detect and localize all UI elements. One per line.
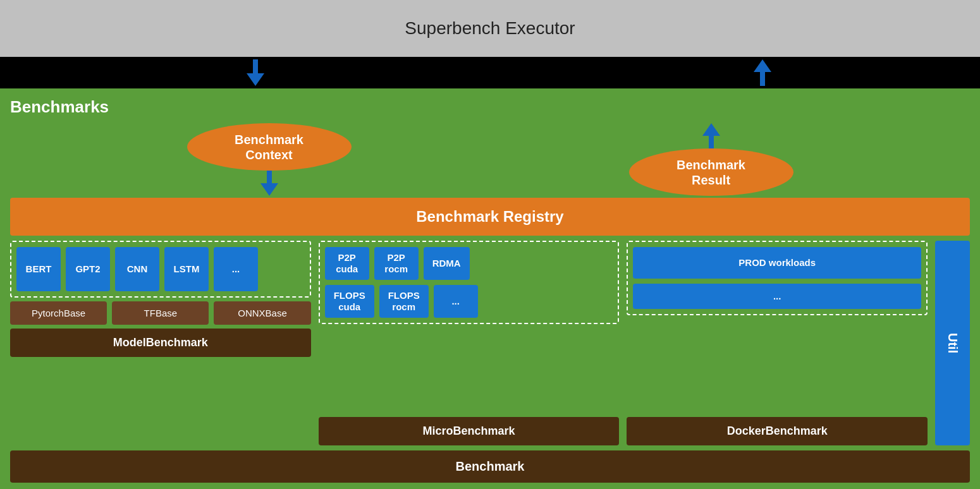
docker-ellipsis-box: ... — [633, 284, 921, 309]
cnn-box: CNN — [115, 247, 159, 291]
tf-base-label: TFBase — [144, 308, 178, 318]
arrow-shaft-bottom — [760, 72, 765, 86]
arrowhead-context-down — [260, 183, 278, 196]
model-base-row: PytorchBase TFBase ONNXBase — [10, 301, 311, 325]
benchmark-result-ellipse: Benchmark Result — [629, 148, 793, 196]
model-benchmark-class-bar: ModelBenchmark — [10, 329, 311, 357]
rdma-box: RDMA — [424, 247, 470, 280]
model-benchmark-class-label: ModelBenchmark — [113, 336, 208, 349]
docker-benchmark-class-label: DockerBenchmark — [727, 425, 828, 438]
benchmark-context-ellipse: Benchmark Context — [187, 123, 352, 171]
gpt2-box: GPT2 — [66, 247, 110, 291]
executor-bar: Superbench Executor — [0, 0, 980, 57]
pytorch-base-label: PytorchBase — [32, 308, 85, 318]
prod-workloads-box: PROD workloads — [633, 247, 921, 279]
docker-benchmark-panel: PROD workloads ... DockerBenchmark — [627, 241, 928, 445]
benchmark-base-label: Benchmark — [456, 459, 525, 474]
benchmark-base-bar: Benchmark — [10, 450, 970, 483]
tf-base-box: TFBase — [112, 301, 209, 325]
flops-cuda-box: FLOPS cuda — [325, 285, 374, 318]
micro-benchmark-panel: P2P cuda P2P rocm RDMA FLOPS cuda FLOPS … — [319, 241, 620, 445]
docker-benchmark-class-bar: DockerBenchmark — [627, 417, 928, 445]
registry-label: Benchmark Registry — [416, 208, 563, 226]
arrow-below-left-ellipse — [267, 171, 272, 183]
micro-benchmark-class-bar: MicroBenchmark — [319, 417, 620, 445]
p2p-cuda-box: P2P cuda — [325, 247, 369, 280]
benchmark-result-label: Benchmark Result — [677, 157, 745, 188]
connector-strip — [0, 57, 980, 88]
benchmark-context-label: Benchmark Context — [235, 132, 303, 162]
model-ellipsis-box: ... — [214, 247, 258, 291]
bert-box: BERT — [16, 247, 61, 291]
arrow-shaft-top — [253, 59, 258, 73]
app-container: Superbench Executor Benchmarks Benchmark… — [0, 0, 980, 489]
util-bar: Util — [935, 241, 970, 445]
micro-benchmark-class-label: MicroBenchmark — [422, 425, 515, 438]
micro-ellipsis-box: ... — [434, 285, 478, 318]
lstm-box: LSTM — [164, 247, 209, 291]
benchmarks-area: Benchmarks Benchmark Context Benchmark R… — [0, 88, 980, 489]
onnx-base-label: ONNXBase — [238, 308, 287, 318]
model-benchmark-panel: BERT GPT2 CNN LSTM ... PytorchBase TFBas… — [10, 241, 311, 445]
arrow-left-down — [247, 57, 264, 88]
flops-rocm-box: FLOPS rocm — [379, 285, 429, 318]
p2p-rocm-box: P2P rocm — [374, 247, 419, 280]
arrow-above-right-ellipse — [709, 136, 714, 148]
micro-items-dashed-box: P2P cuda P2P rocm RDMA FLOPS cuda FLOPS … — [319, 241, 620, 324]
onnx-base-box: ONNXBase — [214, 301, 310, 325]
benchmark-context-group: Benchmark Context — [187, 123, 352, 196]
benchmark-result-group: Benchmark Result — [629, 123, 793, 196]
arrow-right-up — [754, 57, 771, 88]
arrowhead-down-left — [247, 73, 264, 86]
benchmarks-section-label: Benchmarks — [10, 97, 970, 117]
pytorch-base-box: PytorchBase — [10, 301, 107, 325]
executor-label: Superbench Executor — [405, 18, 575, 39]
arrowhead-up-right — [754, 59, 771, 72]
main-panels-row: BERT GPT2 CNN LSTM ... PytorchBase TFBas… — [10, 241, 970, 445]
docker-items-dashed-box: PROD workloads ... — [627, 241, 928, 315]
arrowhead-result-up — [702, 123, 720, 136]
util-label: Util — [945, 333, 960, 353]
benchmark-registry-bar: Benchmark Registry — [10, 198, 970, 236]
model-items-dashed-box: BERT GPT2 CNN LSTM ... — [10, 241, 311, 298]
